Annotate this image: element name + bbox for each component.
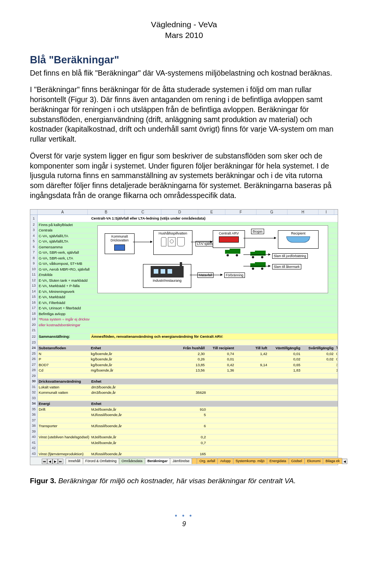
sheet-tab[interactable] — [192, 458, 197, 464]
sheet-tab[interactable]: Energidata — [267, 458, 289, 464]
list-header: Finns på kalkylbladet — [38, 222, 90, 228]
list-row: 15E-VA, Markbädd — [30, 294, 338, 300]
title-row: 1 Centralt-VA 1:Självfall eller LTA-ledn… — [30, 215, 338, 222]
sheet-tab[interactable]: Beräkningar — [145, 458, 171, 464]
data-row: 43Vinst (fjärrvärmeproduktion)MJfossil/b… — [30, 451, 338, 457]
tab-nav-buttons[interactable]: ⏮◀▶⏭ — [42, 459, 63, 464]
header-title: Vägledning - VeVa — [30, 19, 338, 30]
data-row: 40Vinst (utebliven handelsgödsel)MJel/bo… — [30, 434, 338, 440]
caption-text: Beräkningar för miljö och kostnader, här… — [56, 477, 296, 485]
footer-dots-icon: • • • — [30, 512, 338, 520]
header-subtitle: Mars 2010 — [30, 30, 338, 41]
sheet-tab[interactable]: Org. avfall — [197, 458, 218, 464]
list-row: 17E-VA, Urinsort + filterbädd — [30, 306, 338, 311]
data-row: 37 — [30, 418, 338, 424]
sheet-tab-bar: ⏮◀▶⏭ InnehållFörord & OmfattningOmrådesd… — [30, 457, 338, 465]
data-row: 27BOD7kg/boende,år13,850,429,140,653,66 — [30, 362, 338, 368]
last-tab-icon: ⏭ — [58, 459, 63, 464]
box-kommunalt: Kommunalt Dricksvatten — [105, 233, 135, 254]
first-tab-icon: ⏮ — [42, 459, 47, 464]
col-D: D — [161, 210, 198, 215]
truck-icon — [225, 249, 241, 255]
samman-title: Ämnesflöden, renvattenanvändning och ene… — [90, 334, 338, 340]
list-row: 19*Rosa system = ingår ej dricksvatten- — [30, 317, 338, 322]
data-row: 25Nkg/boende,år2,300,741,420,010,020,12 — [30, 351, 338, 357]
label-forbranning: Förbränning — [224, 273, 245, 278]
box-hushall: Hushållsspillvatten — [153, 230, 192, 255]
col-A: A — [38, 210, 88, 215]
dricks-header-row: 30 Dricksvattenanvändning Enhet — [30, 379, 338, 385]
sheet-tab[interactable]: Gödsel — [289, 458, 305, 464]
row29: 29 — [30, 373, 338, 379]
samman-row: 22 Sammanställning: Ämnesflöden, renvatt… — [30, 334, 338, 340]
page-header: Vägledning - VeVa Mars 2010 — [30, 19, 338, 41]
row23: 23 — [30, 340, 338, 346]
box-industri: Industri/restaurang — [143, 264, 191, 288]
sheet-tab[interactable]: Jämförelse — [170, 458, 192, 464]
label-slam1: Slam till jordförbättring — [272, 253, 308, 259]
system-diagram: Kommunalt Dricksvatten Hushållsspillvatt… — [97, 225, 328, 293]
data-row: 39 — [30, 429, 338, 435]
excel-screenshot: A B C D E F G H I 1 Centralt-VA 1:Självf… — [30, 209, 338, 466]
prev-tab-icon: ◀ — [47, 459, 53, 464]
col-E: E — [198, 210, 225, 215]
scrollbar-end[interactable]: ◀ — [342, 459, 347, 464]
arrow-icon — [243, 254, 270, 255]
sheet-tab[interactable]: Innehåll — [66, 458, 83, 464]
label-slam2: Slam till åkermark — [272, 264, 301, 269]
arrow-icon — [243, 238, 276, 238]
figure-3: A B C D E F G H I 1 Centralt-VA 1:Självf… — [30, 209, 338, 466]
data-row: 26Pkg/boende,år0,260,010,020,020,21 — [30, 357, 338, 362]
sheet-tab[interactable]: Områdesdata — [119, 458, 145, 464]
col-F: F — [225, 210, 256, 215]
col-I: I — [319, 210, 334, 215]
energi-header-row: 34 Energi Enhet — [30, 401, 338, 407]
truck-icon — [250, 262, 266, 269]
sheet-tab[interactable]: Ekonomi — [304, 458, 323, 464]
table-header-row: 24 Substansfloden Enhet Från hushåll Til… — [30, 345, 338, 351]
data-row: 35DriftMJel/boende,år910 — [30, 407, 338, 413]
section-heading: Blå "Beräkningar" — [30, 54, 338, 66]
caption-label: Figur 3. — [30, 477, 56, 485]
list-row: 20eller kostnadsberäkningar — [30, 322, 338, 328]
sheet-tab[interactable]: Bilaga ek — [323, 458, 342, 464]
data-row: 36MJfossil/boende,år5 — [30, 412, 338, 418]
box-arv: Centralt ARV — [213, 230, 245, 248]
arrow-icon — [190, 275, 222, 275]
list-row: 21 — [30, 328, 338, 334]
page-footer: • • • 9 — [30, 512, 338, 528]
body-paragraph-2: I "Beräkningar" finns beräkningar för de… — [30, 85, 338, 144]
next-tab-icon: ▶ — [53, 459, 58, 464]
arrow-icon — [133, 242, 152, 242]
col-B: B — [88, 210, 125, 215]
page-number: 9 — [30, 520, 338, 528]
data-row: 41MJel/boende,år0,7 — [30, 440, 338, 446]
data-row: 38TransporterMJfossil/boende,år6 — [30, 423, 338, 429]
arrow-icon — [243, 266, 270, 266]
sheet-tab[interactable]: Avlopp — [217, 458, 233, 464]
row33: 33 — [30, 396, 338, 401]
col-H: H — [288, 210, 319, 215]
label-biogas: Biogas — [251, 229, 264, 234]
body-paragraph-1: Det finns en blå flik "Beräkningar" där … — [30, 68, 338, 78]
samman-label: Sammanställning: — [38, 334, 90, 340]
sheet-title: Centralt-VA 1:Självfall eller LTA-lednin… — [90, 215, 338, 222]
sheet-tab[interactable]: Systemkomp. miljö — [233, 458, 268, 464]
data-row: 31Lokalt vattendm3/boende,år — [30, 385, 338, 390]
data-row: 42 — [30, 446, 338, 451]
col-C: C — [125, 210, 161, 215]
figure-caption: Figur 3. Beräkningar för miljö och kostn… — [30, 477, 338, 485]
sheet-tab[interactable]: Förord & Omfattning — [83, 458, 120, 464]
list-row: 18Befintliga avlopp — [30, 311, 338, 317]
truck-icon — [250, 251, 266, 257]
column-headers: A B C D E F G H I — [30, 210, 338, 215]
data-row: 32Kommunalt vattendm3/boende,år35628 — [30, 390, 338, 396]
label-matavfall: Matavfall — [197, 273, 214, 278]
list-row: 16E-VA, Filterbädd — [30, 300, 338, 306]
arrow-icon — [191, 242, 212, 242]
col-G: G — [256, 210, 288, 215]
data-row: 28Cdmg/boende,år13,561,361,8310,38 — [30, 368, 338, 373]
body-paragraph-3: Överst för varje system ligger en figur … — [30, 151, 338, 201]
box-recipient: Recipient — [278, 230, 319, 249]
